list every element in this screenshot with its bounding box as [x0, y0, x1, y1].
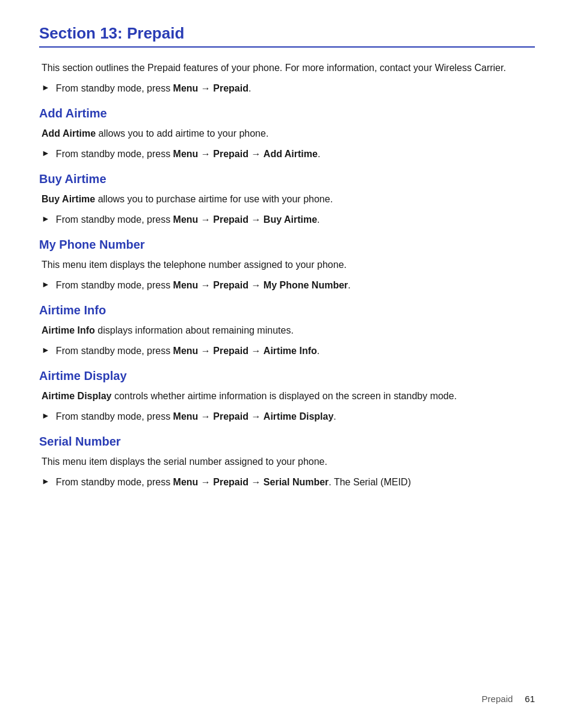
airtime-display-bullet: ► From standby mode, press Menu → Prepai…: [39, 409, 535, 424]
buy-airtime-desc: Buy Airtime allows you to purchase airti…: [39, 192, 535, 207]
airtime-display-title: Airtime Display: [39, 369, 535, 383]
buy-airtime-bullet: ► From standby mode, press Menu → Prepai…: [39, 213, 535, 227]
bullet-arrow-icon: ►: [42, 148, 50, 158]
my-phone-number-title: My Phone Number: [39, 238, 535, 252]
buy-airtime-title: Buy Airtime: [39, 172, 535, 186]
intro-text: This section outlines the Prepaid featur…: [39, 61, 535, 75]
serial-number-bullet: ► From standby mode, press Menu → Prepai…: [39, 475, 535, 490]
add-airtime-title: Add Airtime: [39, 107, 535, 120]
buy-airtime-bullet-text: From standby mode, press Menu → Prepaid …: [56, 213, 320, 227]
bullet-arrow-icon: ►: [42, 411, 50, 420]
intro-bullet-text: From standby mode, press Menu → Prepaid.: [56, 81, 252, 96]
my-phone-number-desc: This menu item displays the telephone nu…: [39, 258, 535, 272]
subsection-my-phone-number: My Phone Number This menu item displays …: [39, 238, 535, 293]
my-phone-number-bullet: ► From standby mode, press Menu → Prepai…: [39, 278, 535, 293]
page-footer: Prepaid 61: [482, 694, 535, 704]
subsection-add-airtime: Add Airtime Add Airtime allows you to ad…: [39, 107, 535, 161]
serial-number-desc: This menu item displays the serial numbe…: [39, 455, 535, 469]
airtime-info-bullet-text: From standby mode, press Menu → Prepaid …: [56, 344, 319, 358]
intro-bullet: ► From standby mode, press Menu → Prepai…: [39, 81, 535, 96]
footer-page-number: 61: [525, 694, 535, 704]
add-airtime-bullet-text: From standby mode, press Menu → Prepaid …: [56, 147, 321, 161]
footer-label: Prepaid: [482, 694, 513, 704]
add-airtime-bullet: ► From standby mode, press Menu → Prepai…: [39, 147, 535, 161]
subsection-airtime-info: Airtime Info Airtime Info displays infor…: [39, 303, 535, 358]
section-divider: [39, 46, 535, 48]
subsection-airtime-display: Airtime Display Airtime Display controls…: [39, 369, 535, 424]
airtime-info-desc: Airtime Info displays information about …: [39, 323, 535, 338]
add-airtime-desc: Add Airtime allows you to add airtime to…: [39, 126, 535, 141]
airtime-display-desc: Airtime Display controls whether airtime…: [39, 389, 535, 403]
section-title: Section 13: Prepaid: [39, 24, 535, 43]
my-phone-number-bullet-text: From standby mode, press Menu → Prepaid …: [56, 278, 351, 293]
airtime-info-title: Airtime Info: [39, 303, 535, 317]
serial-number-bullet-text: From standby mode, press Menu → Prepaid …: [56, 475, 411, 490]
subsection-buy-airtime: Buy Airtime Buy Airtime allows you to pu…: [39, 172, 535, 227]
bullet-arrow-icon: ►: [42, 279, 50, 289]
bullet-arrow-icon: ►: [42, 214, 50, 223]
page-container: Section 13: Prepaid This section outline…: [0, 0, 574, 537]
bullet-arrow-icon: ►: [42, 345, 50, 355]
serial-number-title: Serial Number: [39, 435, 535, 449]
airtime-display-bullet-text: From standby mode, press Menu → Prepaid …: [56, 409, 336, 424]
bullet-arrow-icon: ►: [42, 82, 50, 92]
airtime-info-bullet: ► From standby mode, press Menu → Prepai…: [39, 344, 535, 358]
subsection-serial-number: Serial Number This menu item displays th…: [39, 435, 535, 490]
bullet-arrow-icon: ►: [42, 476, 50, 486]
